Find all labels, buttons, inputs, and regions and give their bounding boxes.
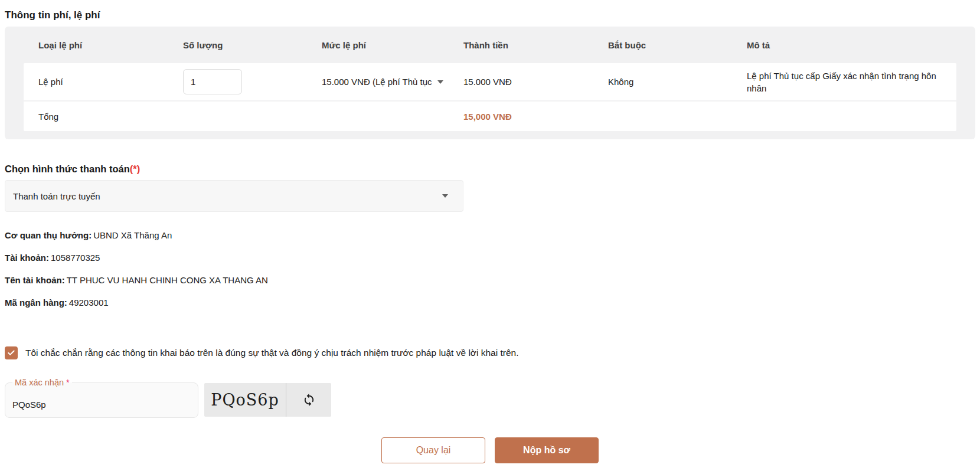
beneficiary-agency-line: Cơ quan thụ hưởng:UBND Xã Thăng An — [5, 230, 975, 241]
captcha-input[interactable] — [5, 383, 198, 417]
payment-section-title: Chọn hình thức thanh toán(*) — [5, 163, 975, 175]
fee-table: Loại lệ phí Số lượng Mức lệ phí Thành ti… — [5, 27, 975, 139]
amount-cell: 15.000 VNĐ — [449, 77, 593, 87]
form-actions: Quay lại Nộp hồ sơ — [5, 437, 975, 463]
fee-section-title: Thông tin phí, lệ phí — [5, 9, 975, 21]
required-cell: Không — [593, 77, 732, 87]
fee-type-cell: Lệ phí — [24, 77, 168, 87]
chevron-down-icon — [437, 80, 443, 84]
bank-code-label: Mã ngân hàng: — [5, 297, 69, 308]
payment-title-text: Chọn hình thức thanh toán — [5, 163, 130, 174]
check-icon — [7, 349, 15, 357]
captcha-refresh-button[interactable] — [286, 383, 331, 417]
fee-total-row: Tổng 15,000 VNĐ — [24, 100, 956, 131]
column-header-fee-rate: Mức lệ phí — [307, 40, 449, 50]
chevron-down-icon — [442, 194, 448, 198]
account-name-value: TT PHUC VU HANH CHINH CONG XA THANG AN — [67, 275, 268, 285]
bank-code-line: Mã ngân hàng:49203001 — [5, 297, 975, 308]
fee-rate-cell: 15.000 VNĐ (Lệ phí Thủ tục ... — [307, 77, 449, 87]
payment-form-page: Thông tin phí, lệ phí Loại lệ phí Số lượ… — [0, 9, 980, 471]
captcha-required-asterisk: * — [66, 378, 70, 387]
fee-rate-selected-value: 15.000 VNĐ (Lệ phí Thủ tục ... — [322, 77, 433, 87]
account-name-label: Tên tài khoản: — [5, 275, 67, 285]
captcha-label: Mã xác nhận * — [12, 378, 72, 387]
account-name-line: Tên tài khoản:TT PHUC VU HANH CHINH CONG… — [5, 274, 975, 286]
captcha-image: PQoS6p — [204, 383, 286, 417]
refresh-icon — [302, 393, 316, 407]
description-cell: Lệ phí Thủ tục cấp Giấy xác nhận tình tr… — [732, 70, 956, 94]
beneficiary-agency-label: Cơ quan thụ hưởng: — [5, 230, 93, 240]
account-number-label: Tài khoản: — [5, 253, 51, 263]
back-button[interactable]: Quay lại — [381, 437, 485, 463]
column-header-required: Bắt buộc — [593, 40, 732, 50]
confirmation-row: Tôi chắc chắn rằng các thông tin khai bá… — [5, 346, 975, 359]
column-header-description: Mô tả — [732, 40, 956, 50]
captcha-field: Mã xác nhận * — [5, 382, 198, 418]
account-number-value: 1058770325 — [51, 253, 100, 263]
total-amount: 15,000 VNĐ — [449, 112, 593, 122]
captcha-label-text: Mã xác nhận — [15, 378, 64, 387]
payment-method-select[interactable]: Thanh toán trực tuyến — [5, 180, 463, 212]
submit-button[interactable]: Nộp hồ sơ — [495, 437, 599, 463]
column-header-quantity: Số lượng — [168, 40, 307, 50]
bank-code-value: 49203001 — [69, 297, 109, 308]
confirmation-checkbox[interactable] — [5, 346, 18, 359]
column-header-amount: Thành tiền — [449, 40, 593, 50]
account-number-line: Tài khoản:1058770325 — [5, 252, 975, 263]
beneficiary-agency-value: UBND Xã Thăng An — [93, 230, 172, 240]
total-label: Tổng — [24, 112, 168, 122]
required-mark: (*) — [130, 163, 140, 174]
fee-table-header: Loại lệ phí Số lượng Mức lệ phí Thành ti… — [24, 27, 956, 63]
captcha-box: PQoS6p — [204, 383, 331, 417]
fee-rate-select[interactable]: 15.000 VNĐ (Lệ phí Thủ tục ... — [322, 77, 449, 87]
quantity-cell — [168, 69, 307, 94]
fee-row: Lệ phí 15.000 VNĐ (Lệ phí Thủ tục ... 15… — [24, 63, 956, 100]
captcha-row: Mã xác nhận * PQoS6p — [5, 382, 975, 418]
fee-table-body: Lệ phí 15.000 VNĐ (Lệ phí Thủ tục ... 15… — [24, 63, 956, 131]
payment-method-selected-value: Thanh toán trực tuyến — [13, 191, 100, 201]
confirmation-label: Tôi chắc chắn rằng các thông tin khai bá… — [25, 348, 519, 358]
column-header-fee-type: Loại lệ phí — [24, 40, 168, 50]
quantity-input[interactable] — [183, 69, 242, 94]
